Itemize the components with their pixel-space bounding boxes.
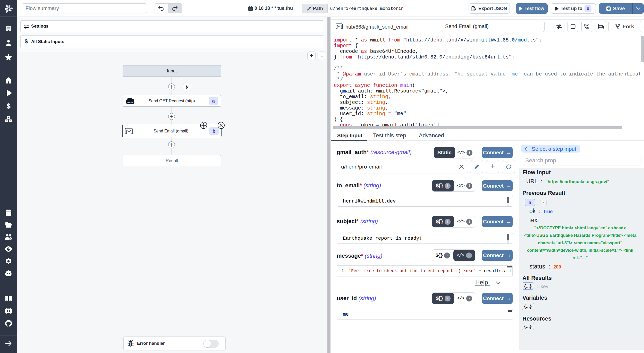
svg-text:HTTP: HTTP xyxy=(128,102,133,104)
